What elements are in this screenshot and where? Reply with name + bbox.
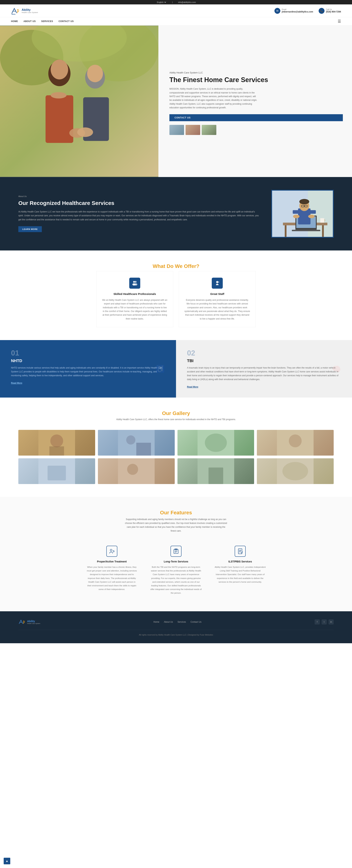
twitter-icon[interactable]: t [322, 619, 327, 624]
program-nhtd: 01 NHTD NHTD services include various se… [0, 340, 176, 398]
service-card-1: Skilled Healthcare Professionals We at A… [96, 271, 173, 327]
program-read-more-1[interactable]: Read More [11, 382, 22, 384]
hamburger-icon[interactable]: ☰ [338, 19, 341, 24]
feature-name-3: ILST/PBIS Services [214, 560, 266, 563]
header: Ability Ability Health Care System ✉ Ema… [0, 4, 352, 17]
hero-content: Ability Health Care System LLC The Fines… [159, 26, 352, 177]
gallery-item-1 [18, 430, 95, 456]
logo-text: Ability [22, 8, 38, 11]
nav-links: HOME ABOUT US SERVICES CONTACT US [11, 20, 74, 23]
gallery-item-6 [98, 458, 175, 484]
logo[interactable]: Ability Ability Health Care System [11, 7, 38, 15]
footer-nav-home[interactable]: Home [153, 621, 159, 623]
svg-point-41 [50, 434, 63, 447]
gallery-item-4 [257, 430, 334, 456]
footer-logo-sub: Health Care System [27, 623, 40, 624]
gallery-item-8 [257, 458, 334, 484]
svg-point-36 [135, 281, 137, 283]
hero-thumb-3 [202, 125, 216, 135]
features-intro: Supporting individuals and aging family … [125, 518, 227, 533]
svg-point-26 [300, 199, 309, 204]
about-label: About Us [18, 195, 260, 197]
svg-text:Ability: Ability [11, 13, 15, 15]
feature-desc-2: Both the TBI and the NHTD programs are l… [150, 565, 202, 595]
service-name-2: Great Staff [184, 292, 250, 296]
hero-description: MISSION: Ability Health Care System, LLC… [169, 87, 257, 110]
email-icon: ✉ [275, 8, 280, 14]
footer-social: f t in [315, 619, 334, 624]
about-cta-button[interactable]: LEARN MORE [18, 226, 42, 232]
hero-section: Ability Health Care System LLC The Fines… [0, 26, 352, 177]
hero-cta-button[interactable]: CONTACT US [169, 114, 343, 121]
svg-rect-30 [293, 210, 299, 214]
top-email-link[interactable]: info@abilityllcs.com [178, 1, 196, 3]
svg-rect-23 [292, 230, 320, 231]
feature-name-2: Long-Term Services [150, 560, 202, 563]
footer-copyright: All rights reserved by Ability Health Ca… [139, 634, 213, 636]
hero-title: The Finest Home Care Services [169, 76, 343, 84]
hero-thumb-2 [185, 125, 200, 135]
instagram-icon[interactable]: in [328, 619, 334, 624]
footer-nav-services[interactable]: Services [177, 621, 186, 623]
features-title: Our Features [18, 510, 334, 516]
logo-sub: Health Care System [22, 11, 38, 13]
feature-icon-2 [171, 546, 181, 557]
hero-image [0, 26, 159, 177]
facebook-icon[interactable]: f [315, 619, 320, 624]
hero-subtitle: Ability Health Care System LLC [169, 71, 343, 74]
services-section: What Do We Offer? Skilled Healthcare Pro… [0, 250, 352, 340]
nav-home[interactable]: HOME [11, 20, 18, 23]
feature-icon-1 [106, 546, 117, 557]
header-phone: 📞 Call Us (516) 904-7294 [319, 8, 341, 14]
program-desc-2: A traumatic brain injury is an injury th… [187, 366, 341, 381]
gallery-item-3 [177, 430, 254, 456]
svg-rect-42 [49, 446, 64, 456]
svg-point-39 [216, 281, 218, 283]
header-contact: ✉ Email jmbernardino@abilityllcs.com 📞 C… [275, 8, 341, 14]
phone-icon: 📞 [319, 8, 324, 14]
program-title-1: NHTD [11, 359, 165, 363]
program-desc-1: NHTD services include various services t… [11, 366, 165, 377]
nhtd-icon: ♿ [156, 365, 165, 373]
footer: Ability Health Care System Home About Us… [0, 611, 352, 643]
separator: | [172, 1, 173, 3]
gallery-item-7 [177, 458, 254, 484]
feature-name-1: Proper/Active Treatment [86, 560, 138, 563]
feature-desc-3: Ability Health Care System LLC, provides… [214, 565, 266, 584]
language-select[interactable]: English [156, 1, 167, 3]
about-section: About Us Our Recognized Healthcare Servi… [0, 177, 352, 250]
gallery-item-5 [18, 458, 95, 484]
svg-rect-45 [136, 443, 151, 456]
email-value: jmbernardino@abilityllcs.com [282, 10, 313, 13]
svg-point-58 [110, 549, 112, 551]
navigation: HOME ABOUT US SERVICES CONTACT US ☰ [0, 17, 352, 26]
program-tbi: 02 TBI A traumatic brain injury is an in… [176, 340, 352, 398]
svg-rect-51 [47, 466, 66, 480]
feature-card-2: Long-Term Services Both the TBI and the … [147, 542, 205, 598]
service-icon-2 [212, 278, 223, 289]
footer-bottom: All rights reserved by Ability Health Ca… [18, 630, 334, 636]
svg-rect-19 [285, 225, 287, 237]
nav-about[interactable]: ABOUT US [24, 20, 36, 23]
gallery-section: Our Gallery Ability Health Care System L… [0, 398, 352, 497]
about-title: Our Recognized Healthcare Services [18, 199, 260, 207]
nav-services[interactable]: SERVICES [41, 20, 53, 23]
feature-card-3: ILST/PBIS Services Ability Health Care S… [211, 542, 270, 598]
services-title: What Do We Offer? [18, 263, 334, 269]
phone-value: (516) 904-7294 [326, 10, 341, 13]
svg-point-32 [293, 215, 300, 218]
features-grid: Proper/Active Treatment When your family… [18, 542, 334, 598]
program-read-more-2[interactable]: Read More [187, 385, 198, 388]
feature-desc-1: When your family member has a chronic il… [86, 565, 138, 591]
features-section: Our Features Supporting individuals and … [0, 497, 352, 611]
nav-contact[interactable]: CONTACT US [59, 20, 74, 23]
svg-rect-34 [320, 218, 324, 222]
svg-point-10 [50, 92, 66, 99]
svg-point-49 [289, 434, 302, 447]
header-email: ✉ Email jmbernardino@abilityllcs.com [275, 8, 313, 14]
phone-label: Call Us [326, 8, 341, 10]
services-grid: Skilled Healthcare Professionals We at A… [18, 271, 334, 327]
svg-rect-20 [322, 225, 324, 237]
footer-nav-about[interactable]: About Us [164, 621, 173, 623]
footer-nav-contact[interactable]: Contact Us [190, 621, 201, 623]
